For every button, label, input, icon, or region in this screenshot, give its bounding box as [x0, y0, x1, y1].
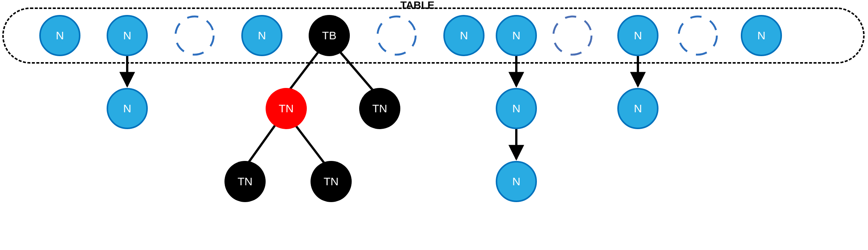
node-label: N [460, 29, 468, 42]
empty-slot [376, 15, 417, 56]
node-n: N [443, 15, 485, 56]
node-label: TN [238, 175, 253, 188]
node-label: N [634, 29, 642, 42]
node-label: TB [322, 29, 336, 42]
empty-slot [677, 15, 718, 56]
node-tn: TN [311, 161, 352, 202]
svg-point-10 [553, 16, 592, 55]
node-label: N [512, 102, 520, 115]
svg-line-4 [288, 52, 318, 92]
node-n: N [741, 15, 782, 56]
node-tn-red: TN [266, 88, 307, 129]
node-label: N [757, 29, 765, 42]
node-label: N [56, 29, 64, 42]
table-label: TABLE [400, 0, 434, 11]
node-tn: TN [359, 88, 400, 129]
node-label: TN [324, 175, 339, 188]
node-label: N [123, 102, 131, 115]
diagram-canvas: TABLE N N N [0, 0, 868, 250]
svg-line-5 [340, 52, 374, 92]
node-n: N [39, 15, 80, 56]
node-n: N [107, 88, 148, 129]
empty-slot [552, 15, 593, 56]
node-n: N [617, 15, 658, 56]
node-label: TN [279, 102, 294, 115]
node-n: N [617, 88, 658, 129]
node-label: N [258, 29, 266, 42]
node-n: N [496, 88, 537, 129]
node-n: N [241, 15, 282, 56]
svg-point-9 [378, 16, 416, 55]
node-label: N [512, 175, 520, 188]
node-n: N [496, 161, 537, 202]
svg-line-6 [247, 125, 275, 165]
svg-line-7 [296, 125, 326, 165]
node-label: N [123, 29, 131, 42]
node-n: N [496, 15, 537, 56]
svg-point-11 [679, 16, 717, 55]
node-label: N [512, 29, 520, 42]
empty-slot [174, 15, 215, 56]
node-n: N [107, 15, 148, 56]
node-label: TN [372, 102, 387, 115]
node-label: N [634, 102, 642, 115]
node-tn: TN [224, 161, 266, 202]
node-tb: TB [309, 15, 350, 56]
svg-point-8 [175, 16, 214, 55]
